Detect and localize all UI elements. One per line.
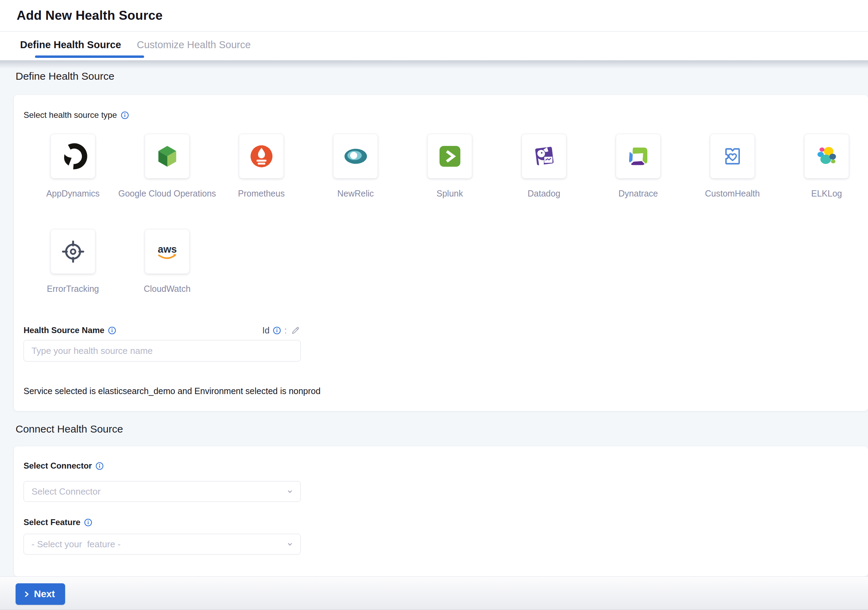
source-item-errortracking: ErrorTracking bbox=[51, 229, 95, 294]
splunk-icon bbox=[436, 143, 463, 170]
prometheus-icon bbox=[248, 143, 275, 170]
source-type-label: Select health source type bbox=[23, 110, 117, 120]
tab-bar-shadow bbox=[0, 60, 868, 68]
source-card-prometheus[interactable] bbox=[239, 134, 284, 178]
connect-health-source-panel: Select Connector Select Connector Select… bbox=[14, 446, 868, 576]
svg-text:aws: aws bbox=[158, 244, 177, 255]
page-title: Add New Health Source bbox=[17, 8, 163, 23]
chevron-down-icon bbox=[287, 541, 293, 548]
health-source-name-row: Health Source Name Id : bbox=[23, 325, 301, 335]
appdynamics-icon bbox=[59, 142, 87, 171]
chevron-right-icon bbox=[23, 590, 31, 598]
source-card-appdynamics[interactable] bbox=[51, 134, 95, 178]
select-connector-info-icon[interactable] bbox=[96, 462, 104, 470]
select-connector-dropdown[interactable]: Select Connector bbox=[23, 481, 301, 502]
next-button[interactable]: Next bbox=[16, 583, 65, 605]
edit-id-pencil-icon[interactable] bbox=[290, 325, 301, 335]
select-connector-label: Select Connector bbox=[23, 461, 92, 471]
source-card-google-cloud-operations[interactable] bbox=[145, 134, 189, 178]
tab-customize-health-source[interactable]: Customize Health Source bbox=[137, 32, 251, 58]
id-colon: : bbox=[284, 326, 287, 335]
page-header: Add New Health Source bbox=[0, 0, 868, 31]
source-item-google-cloud-operations: Google Cloud Operations bbox=[145, 134, 189, 199]
select-feature-info-icon[interactable] bbox=[84, 518, 92, 526]
elklog-icon bbox=[814, 143, 840, 169]
id-label: Id bbox=[262, 326, 270, 335]
source-item-elklog: ELKLog bbox=[804, 134, 849, 199]
source-card-newrelic[interactable] bbox=[333, 134, 378, 178]
tab-bar: Define Health Source Customize Health So… bbox=[0, 32, 868, 60]
datadog-icon bbox=[530, 143, 558, 170]
source-type-grid: AppDynamics Google Cloud Operations bbox=[51, 134, 858, 294]
source-card-datadog[interactable] bbox=[522, 134, 566, 178]
service-environment-note: Service selected is elasticsearch_demo a… bbox=[23, 386, 320, 396]
source-item-cloudwatch: aws CloudWatch bbox=[145, 229, 189, 294]
id-info-icon[interactable] bbox=[273, 326, 281, 334]
connect-section-heading: Connect Health Source bbox=[16, 423, 123, 435]
source-card-customhealth[interactable] bbox=[710, 134, 755, 178]
source-card-cloudwatch[interactable]: aws bbox=[145, 229, 189, 274]
define-health-source-panel: Select health source type AppDynamics bbox=[14, 95, 868, 411]
cloudwatch-aws-icon: aws bbox=[153, 238, 181, 265]
google-cloud-operations-icon bbox=[154, 143, 181, 170]
source-card-dynatrace[interactable] bbox=[616, 134, 660, 178]
newrelic-icon bbox=[342, 143, 370, 170]
source-item-prometheus: Prometheus bbox=[239, 134, 284, 199]
source-item-datadog: Datadog bbox=[522, 134, 566, 199]
source-item-splunk: Splunk bbox=[428, 134, 472, 199]
add-health-source-page: Add New Health Source Define Health Sour… bbox=[0, 0, 868, 610]
source-card-elklog[interactable] bbox=[804, 134, 849, 178]
select-feature-label: Select Feature bbox=[23, 517, 81, 527]
active-tab-underline bbox=[35, 56, 144, 58]
source-item-appdynamics: AppDynamics bbox=[51, 134, 95, 199]
footer-bar: Next bbox=[0, 576, 868, 610]
health-source-name-info-icon[interactable] bbox=[108, 326, 116, 334]
select-feature-placeholder: - Select your feature - bbox=[31, 539, 121, 550]
id-group: Id : bbox=[262, 325, 301, 335]
source-item-newrelic: NewRelic bbox=[333, 134, 378, 199]
tab-define-health-source[interactable]: Define Health Source bbox=[20, 32, 121, 58]
select-feature-dropdown[interactable]: - Select your feature - bbox=[23, 534, 301, 554]
dynatrace-icon bbox=[625, 143, 652, 170]
chevron-down-icon bbox=[287, 488, 293, 495]
source-card-splunk[interactable] bbox=[428, 134, 472, 178]
health-source-name-input[interactable] bbox=[23, 340, 301, 362]
customhealth-icon bbox=[719, 143, 746, 169]
health-source-name-label: Health Source Name bbox=[23, 326, 104, 335]
source-type-info-icon[interactable] bbox=[121, 111, 129, 119]
source-item-dynatrace: Dynatrace bbox=[616, 134, 660, 199]
define-section-heading: Define Health Source bbox=[16, 70, 114, 82]
errortracking-icon bbox=[60, 238, 87, 265]
source-card-errortracking[interactable] bbox=[51, 229, 95, 274]
source-item-customhealth: CustomHealth bbox=[710, 134, 755, 199]
select-connector-placeholder: Select Connector bbox=[31, 486, 101, 497]
